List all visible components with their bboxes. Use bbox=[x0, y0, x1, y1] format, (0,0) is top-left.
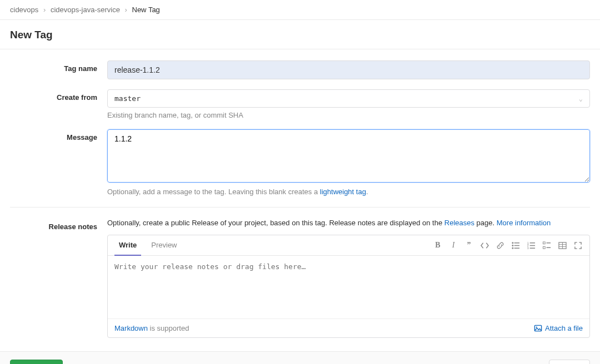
actions-bar: Create tag Cancel bbox=[0, 351, 600, 364]
message-textarea[interactable]: 1.1.2 bbox=[107, 129, 590, 183]
italic-icon[interactable]: I bbox=[448, 240, 458, 250]
release-notes-textarea[interactable] bbox=[108, 256, 589, 317]
create-tag-button[interactable]: Create tag bbox=[10, 360, 63, 364]
table-icon[interactable] bbox=[557, 240, 567, 250]
numbered-list-icon[interactable]: 123 bbox=[526, 240, 536, 250]
svg-rect-9 bbox=[534, 325, 541, 331]
release-notes-editor: Write Preview B I ” 123 bbox=[107, 235, 590, 338]
editor-toolbar: B I ” 123 bbox=[433, 240, 583, 250]
message-label: Message bbox=[10, 129, 107, 196]
page-title: New Tag bbox=[0, 20, 600, 49]
create-from-label: Create from bbox=[10, 89, 107, 119]
svg-rect-6 bbox=[543, 241, 545, 244]
fullscreen-icon[interactable] bbox=[573, 240, 583, 250]
attach-file-button[interactable]: Attach a file bbox=[534, 324, 583, 332]
breadcrumb-link-project[interactable]: cidevops-java-service bbox=[51, 6, 120, 14]
breadcrumb: cidevops › cidevops-java-service › New T… bbox=[0, 0, 600, 20]
svg-text:3: 3 bbox=[527, 247, 529, 250]
tab-write[interactable]: Write bbox=[114, 235, 141, 256]
svg-point-1 bbox=[512, 245, 513, 246]
tag-name-input[interactable] bbox=[107, 60, 590, 79]
create-from-value: master bbox=[114, 94, 141, 103]
breadcrumb-sep-icon: › bbox=[43, 6, 46, 14]
lightweight-tag-link[interactable]: lightweight tag bbox=[320, 188, 366, 196]
link-icon[interactable] bbox=[495, 240, 505, 250]
chevron-down-icon: ⌄ bbox=[579, 95, 583, 103]
svg-point-2 bbox=[512, 247, 513, 249]
releases-link[interactable]: Releases bbox=[444, 219, 474, 227]
svg-rect-7 bbox=[543, 246, 545, 249]
release-notes-help: Optionally, create a public Release of y… bbox=[107, 219, 590, 227]
bulleted-list-icon[interactable] bbox=[511, 240, 521, 250]
code-icon[interactable] bbox=[479, 240, 489, 250]
breadcrumb-link-group[interactable]: cidevops bbox=[10, 6, 38, 14]
image-icon bbox=[534, 324, 542, 332]
message-help: Optionally, add a message to the tag. Le… bbox=[107, 188, 590, 196]
release-notes-label: Release notes bbox=[10, 219, 107, 338]
more-info-link[interactable]: More information bbox=[497, 219, 551, 227]
tab-preview[interactable]: Preview bbox=[147, 235, 181, 255]
svg-point-0 bbox=[512, 242, 513, 243]
task-list-icon[interactable] bbox=[542, 240, 552, 250]
divider bbox=[10, 207, 590, 208]
markdown-support-text: Markdown is supported bbox=[114, 324, 189, 332]
create-from-help: Existing branch name, tag, or commit SHA bbox=[107, 111, 590, 119]
create-from-select[interactable]: master ⌄ bbox=[107, 89, 590, 108]
cancel-button[interactable]: Cancel bbox=[549, 360, 590, 364]
svg-point-10 bbox=[536, 327, 537, 328]
quote-icon[interactable]: ” bbox=[464, 240, 474, 250]
breadcrumb-sep-icon: › bbox=[125, 6, 127, 14]
bold-icon[interactable]: B bbox=[433, 240, 443, 250]
tag-name-label: Tag name bbox=[10, 60, 107, 79]
markdown-link[interactable]: Markdown bbox=[114, 324, 148, 332]
breadcrumb-current: New Tag bbox=[132, 6, 160, 14]
